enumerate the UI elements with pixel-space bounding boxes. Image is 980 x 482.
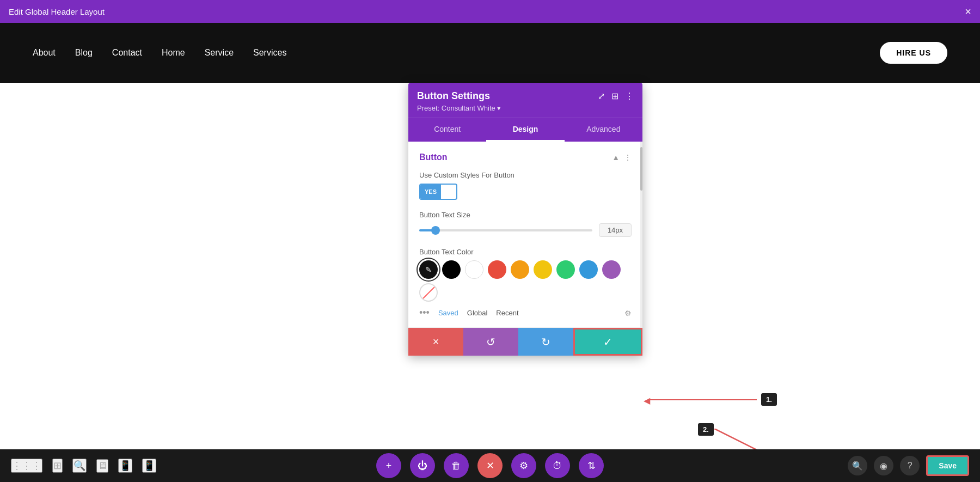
trash-button[interactable]: 🗑 xyxy=(444,453,469,478)
redo-button[interactable]: ↻ xyxy=(518,328,573,356)
color-tab-global[interactable]: Global xyxy=(467,309,488,317)
adjust-button[interactable]: ⇅ xyxy=(579,453,604,478)
color-swatches: ✎ xyxy=(419,260,632,302)
color-swatch-none[interactable] xyxy=(419,283,438,302)
search-icon[interactable]: 🔍 xyxy=(72,459,87,473)
grid-icon[interactable]: ⊞ xyxy=(611,91,618,101)
button-settings-panel: Button Settings ⤢ ⊞ ⋮ Preset: Consultant… xyxy=(408,83,642,356)
color-swatch-red[interactable] xyxy=(488,260,506,279)
section-more-icon[interactable]: ⋮ xyxy=(624,153,632,162)
power-button[interactable]: ⏻ xyxy=(410,453,435,478)
section-header: Button ▲ ⋮ xyxy=(419,152,632,162)
slider-thumb[interactable] xyxy=(431,226,440,235)
tab-content[interactable]: Content xyxy=(408,118,486,142)
nav-link-about[interactable]: About xyxy=(33,48,56,58)
annotation-badge-2: 2. xyxy=(698,423,714,436)
color-swatch-black[interactable] xyxy=(442,260,461,279)
tablet-icon[interactable]: 📱 xyxy=(118,459,132,473)
annotation-2: 2. xyxy=(698,423,714,436)
color-swatch-purple[interactable] xyxy=(602,260,621,279)
nav-link-blog[interactable]: Blog xyxy=(75,48,93,58)
nav-link-home[interactable]: Home xyxy=(162,48,185,58)
custom-styles-toggle[interactable]: YES xyxy=(419,184,457,200)
color-tab-recent[interactable]: Recent xyxy=(496,309,518,317)
bottom-left-tools: ⋮⋮⋮ ⊞ 🔍 🖥 📱 📱 xyxy=(11,459,156,473)
color-swatch-green[interactable] xyxy=(556,260,575,279)
panel-actions: × ↺ ↻ ✓ xyxy=(408,327,642,356)
panel-header-icons: ⤢ ⊞ ⋮ xyxy=(598,91,634,101)
arrow-line-1: ◀ xyxy=(648,399,757,400)
color-swatch-blue[interactable] xyxy=(579,260,598,279)
close-button[interactable]: × xyxy=(965,6,971,17)
tab-advanced[interactable]: Advanced xyxy=(565,118,642,142)
text-color-label: Button Text Color xyxy=(419,248,632,256)
button-text-color-field: Button Text Color ✎ xyxy=(419,248,632,319)
mobile-icon[interactable]: 📱 xyxy=(142,459,156,473)
panel-header: Button Settings ⤢ ⊞ ⋮ Preset: Consultant… xyxy=(408,83,642,118)
eyedropper-swatch[interactable]: ✎ xyxy=(419,260,438,279)
menu-icon[interactable]: ⋮⋮⋮ xyxy=(11,459,42,473)
grid-layout-icon[interactable]: ⊞ xyxy=(52,459,63,473)
undo-button[interactable]: ↺ xyxy=(463,328,518,356)
nav-link-contact[interactable]: Contact xyxy=(112,48,142,58)
panel-body: Button ▲ ⋮ Use Custom Styles For Button … xyxy=(408,142,642,327)
custom-styles-field: Use Custom Styles For Button YES xyxy=(419,171,632,200)
cancel-button[interactable]: × xyxy=(408,328,463,356)
nav-links: About Blog Contact Home Service Services xyxy=(33,48,286,58)
color-swatch-white[interactable] xyxy=(465,260,483,279)
bottom-right-tools: 🔍 ◉ ? Save xyxy=(848,455,969,476)
title-bar: Edit Global Header Layout × xyxy=(0,0,980,23)
text-size-label: Button Text Size xyxy=(419,211,632,219)
close-center-button[interactable]: ✕ xyxy=(477,453,503,478)
color-swatch-yellow[interactable] xyxy=(534,260,552,279)
nav-link-service[interactable]: Service xyxy=(205,48,234,58)
annotation-1: ◀ 1. xyxy=(648,393,777,406)
button-text-size-field: Button Text Size 14px xyxy=(419,211,632,237)
hire-us-button[interactable]: HIRE US xyxy=(880,42,947,64)
nav-bar: About Blog Contact Home Service Services… xyxy=(0,23,980,83)
more-icon[interactable]: ⋮ xyxy=(625,91,634,101)
tab-design[interactable]: Design xyxy=(486,118,564,142)
help-icon[interactable]: ? xyxy=(900,456,920,475)
nav-link-services[interactable]: Services xyxy=(253,48,286,58)
desktop-icon[interactable]: 🖥 xyxy=(96,459,108,473)
bottom-center-tools: + ⏻ 🗑 ✕ ⚙ ⏱ ⇅ xyxy=(376,453,604,478)
color-gear-icon[interactable]: ⚙ xyxy=(624,309,632,318)
arrow-head-1: ◀ xyxy=(644,395,650,406)
panel-title: Button Settings xyxy=(417,90,490,102)
toggle-no-area xyxy=(441,185,455,199)
slider-container: 14px xyxy=(419,223,632,237)
color-tab-saved[interactable]: Saved xyxy=(438,309,458,317)
bottom-toolbar: ⋮⋮⋮ ⊞ 🔍 🖥 📱 📱 + ⏻ 🗑 ✕ ⚙ ⏱ ⇅ 🔍 ◉ ? Save xyxy=(0,449,980,482)
settings-button[interactable]: ⚙ xyxy=(511,453,536,478)
canvas: Button Settings ⤢ ⊞ ⋮ Preset: Consultant… xyxy=(0,83,980,449)
search-right-icon[interactable]: 🔍 xyxy=(848,456,867,475)
section-title: Button xyxy=(419,152,448,162)
layers-icon[interactable]: ◉ xyxy=(874,456,893,475)
collapse-icon[interactable]: ▲ xyxy=(612,153,620,162)
resize-icon[interactable]: ⤢ xyxy=(598,91,605,101)
custom-styles-label: Use Custom Styles For Button xyxy=(419,171,632,179)
panel-preset[interactable]: Preset: Consultant White ▾ xyxy=(417,104,634,112)
color-more-icon[interactable]: ••• xyxy=(419,307,430,319)
save-button[interactable]: Save xyxy=(926,455,969,476)
color-tabs-row: ••• Saved Global Recent ⚙ xyxy=(419,307,632,319)
add-button[interactable]: + xyxy=(376,453,401,478)
slider-value[interactable]: 14px xyxy=(599,223,632,237)
annotation-badge-1: 1. xyxy=(761,393,777,406)
title-bar-title: Edit Global Header Layout xyxy=(9,7,105,16)
color-swatch-orange[interactable] xyxy=(511,260,529,279)
panel-tabs: Content Design Advanced xyxy=(408,118,642,142)
slider-track[interactable] xyxy=(419,229,592,231)
toggle-yes-label: YES xyxy=(420,185,441,199)
confirm-button[interactable]: ✓ xyxy=(573,328,642,356)
history-button[interactable]: ⏱ xyxy=(545,453,570,478)
